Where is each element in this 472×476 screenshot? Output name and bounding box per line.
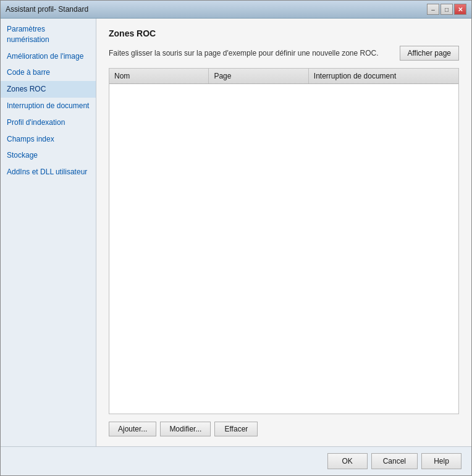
sidebar-item-zones-roc[interactable]: Zones ROC [1, 81, 96, 98]
action-buttons: Ajouter... Modifier... Effacer [109, 422, 459, 436]
help-button[interactable]: Help [421, 453, 461, 469]
instruction-row: Faites glisser la souris sur la page d'e… [109, 46, 459, 61]
section-title: Zones ROC [109, 28, 459, 38]
modifier-button[interactable]: Modifier... [160, 422, 211, 436]
zones-table: Nom Page Interruption de document [109, 68, 459, 414]
title-bar: Assistant profil- Standard – □ ✕ [1, 1, 471, 19]
col-nom: Nom [109, 69, 209, 83]
table-header: Nom Page Interruption de document [109, 69, 458, 84]
col-interruption: Interruption de document [309, 69, 458, 83]
sidebar-item-code-barre[interactable]: Code à barre [1, 64, 96, 81]
main-window: Assistant profil- Standard – □ ✕ Paramèt… [0, 0, 472, 476]
sidebar-item-stockage[interactable]: Stockage [1, 147, 96, 164]
footer: OK Cancel Help [1, 446, 471, 475]
sidebar-item-addins[interactable]: AddIns et DLL utilisateur [1, 164, 96, 181]
col-page: Page [209, 69, 308, 83]
sidebar: Paramètres numérisationAmélioration de l… [1, 19, 96, 446]
sidebar-item-profil-indexation[interactable]: Profil d'indexation [1, 114, 96, 131]
effacer-button[interactable]: Effacer [214, 422, 258, 436]
close-button[interactable]: ✕ [454, 4, 466, 15]
sidebar-item-champs-index[interactable]: Champs index [1, 131, 96, 148]
sidebar-item-amelioration[interactable]: Amélioration de l'image [1, 48, 96, 65]
maximize-button[interactable]: □ [440, 4, 453, 15]
sidebar-item-interruption[interactable]: Interruption de document [1, 98, 96, 114]
instruction-text: Faites glisser la souris sur la page d'e… [109, 49, 390, 57]
cancel-button[interactable]: Cancel [371, 453, 418, 469]
afficher-page-button[interactable]: Afficher page [400, 46, 460, 61]
minimize-button[interactable]: – [427, 4, 439, 15]
ajouter-button[interactable]: Ajouter... [109, 422, 156, 436]
main-content: Paramètres numérisationAmélioration de l… [1, 19, 471, 446]
title-bar-buttons: – □ ✕ [427, 4, 466, 15]
content-area: Zones ROC Faites glisser la souris sur l… [96, 19, 471, 446]
window-title: Assistant profil- Standard [6, 5, 88, 14]
sidebar-item-parametres[interactable]: Paramètres numérisation [1, 21, 96, 48]
ok-button[interactable]: OK [327, 453, 368, 469]
table-body [109, 84, 458, 413]
